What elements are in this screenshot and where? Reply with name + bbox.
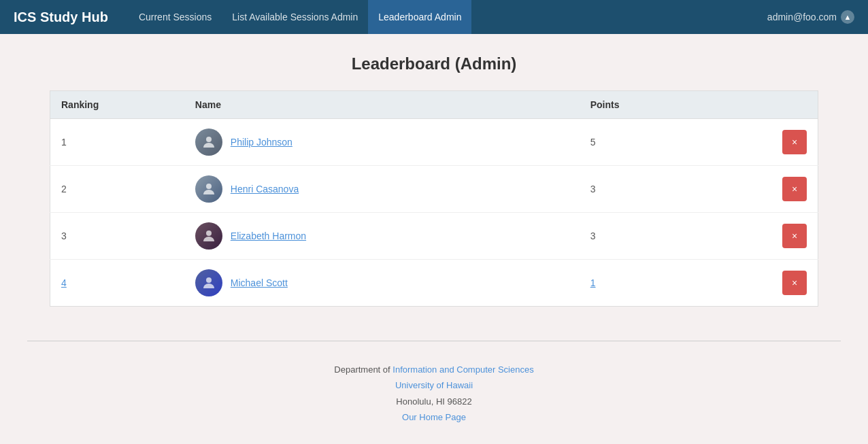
delete-button[interactable]: × bbox=[782, 130, 807, 154]
points-cell: 3 bbox=[580, 166, 729, 213]
avatar bbox=[195, 175, 222, 203]
name-cell: Philip Johnson bbox=[184, 119, 580, 166]
rank-value-link[interactable]: 4 bbox=[61, 277, 67, 288]
points-cell: 5 bbox=[580, 119, 729, 166]
points-value-link[interactable]: 1 bbox=[590, 277, 596, 288]
action-cell: × bbox=[729, 213, 818, 260]
col-name: Name bbox=[184, 91, 580, 119]
col-ranking: Ranking bbox=[50, 91, 184, 119]
points-cell: 1 bbox=[580, 260, 729, 307]
delete-button[interactable]: × bbox=[782, 224, 807, 248]
avatar bbox=[195, 222, 222, 250]
table-header: Ranking Name Points bbox=[50, 91, 818, 119]
footer-line2: University of Hawaii bbox=[14, 377, 854, 393]
action-cell: × bbox=[729, 260, 818, 307]
navbar-user: admin@foo.com ▲ bbox=[767, 10, 854, 24]
person-name-link[interactable]: Henri Casanova bbox=[231, 184, 299, 194]
page-title: Leaderboard (Admin) bbox=[27, 54, 841, 73]
footer-link: Our Home Page bbox=[14, 409, 854, 425]
table-body: 1 Philip Johnson5×2 Henri Casanova3×3 El… bbox=[50, 119, 818, 307]
main-content: Leaderboard (Admin) Ranking Name Points … bbox=[0, 34, 868, 327]
name-cell: Henri Casanova bbox=[184, 166, 580, 213]
rank-cell: 3 bbox=[50, 213, 184, 260]
navbar-brand: ICS Study Hub bbox=[14, 10, 108, 25]
rank-cell: 2 bbox=[50, 166, 184, 213]
table-row: 2 Henri Casanova3× bbox=[50, 166, 818, 213]
svg-point-0 bbox=[206, 137, 212, 142]
user-email: admin@foo.com bbox=[767, 12, 837, 22]
footer-line1: Department of Information and Computer S… bbox=[14, 362, 854, 377]
avatar bbox=[195, 129, 222, 156]
svg-point-1 bbox=[206, 184, 212, 189]
table-row: 3 Elizabeth Harmon3× bbox=[50, 213, 818, 260]
delete-button[interactable]: × bbox=[782, 177, 807, 201]
nav-current-sessions[interactable]: Current Sessions bbox=[129, 0, 222, 34]
navbar-links: Current Sessions List Available Sessions… bbox=[129, 0, 767, 34]
table-row: 1 Philip Johnson5× bbox=[50, 119, 818, 166]
name-cell: Elizabeth Harmon bbox=[184, 213, 580, 260]
footer-dept-link[interactable]: Information and Computer Sciences bbox=[393, 364, 533, 375]
navbar: ICS Study Hub Current Sessions List Avai… bbox=[0, 0, 868, 34]
name-cell: Michael Scott bbox=[184, 260, 580, 307]
table-row: 4 Michael Scott1× bbox=[50, 260, 818, 307]
footer-line3: Honolulu, HI 96822 bbox=[14, 394, 854, 409]
col-points: Points bbox=[580, 91, 729, 119]
col-action bbox=[729, 91, 818, 119]
action-cell: × bbox=[729, 166, 818, 213]
rank-cell: 4 bbox=[50, 260, 184, 307]
footer-dept-label: Department of bbox=[334, 364, 393, 375]
user-avatar-icon: ▲ bbox=[841, 10, 854, 24]
svg-point-2 bbox=[206, 230, 212, 236]
delete-button[interactable]: × bbox=[782, 271, 807, 295]
person-name-link[interactable]: Elizabeth Harmon bbox=[231, 230, 306, 241]
rank-cell: 1 bbox=[50, 119, 184, 166]
person-name-link[interactable]: Philip Johnson bbox=[231, 137, 293, 148]
footer-homepage-link[interactable]: Our Home Page bbox=[402, 412, 466, 422]
footer-divider bbox=[27, 341, 841, 341]
footer: Department of Information and Computer S… bbox=[0, 355, 868, 444]
avatar bbox=[195, 269, 222, 296]
points-cell: 3 bbox=[580, 213, 729, 260]
svg-point-3 bbox=[206, 277, 212, 283]
leaderboard-table: Ranking Name Points 1 Philip Johnson5×2 … bbox=[50, 90, 818, 307]
nav-leaderboard-admin[interactable]: Leaderboard Admin bbox=[368, 0, 471, 34]
action-cell: × bbox=[729, 119, 818, 166]
nav-list-sessions-admin[interactable]: List Available Sessions Admin bbox=[222, 0, 368, 34]
person-name-link[interactable]: Michael Scott bbox=[231, 277, 288, 288]
footer-university-link[interactable]: University of Hawaii bbox=[395, 380, 473, 390]
